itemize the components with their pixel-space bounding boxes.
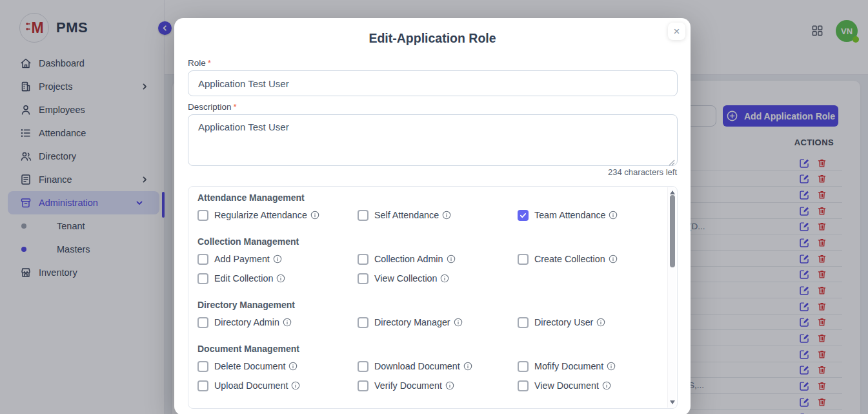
info-icon[interactable] — [283, 318, 292, 327]
info-icon[interactable] — [440, 274, 449, 283]
info-icon[interactable] — [596, 318, 605, 327]
permission-grid: Add PaymentCollection AdminCreate Collec… — [197, 253, 658, 285]
checkbox-unchecked[interactable] — [358, 317, 368, 328]
permission-directory-admin: Directory Admin — [197, 316, 358, 329]
close-button[interactable]: × — [668, 23, 685, 40]
permission-label: Verify Document — [374, 380, 442, 391]
permission-add-payment: Add Payment — [197, 253, 358, 265]
checkbox-checked[interactable] — [518, 210, 529, 221]
description-textarea[interactable]: Application Test User — [188, 114, 678, 166]
permission-label: Self Attendance — [374, 210, 439, 220]
scrollbar-thumb[interactable] — [670, 195, 675, 267]
permissions-content: Attendance ManagementRegularize Attendan… — [188, 187, 677, 398]
permission-directory-user: Directory User — [518, 316, 658, 329]
permission-label: View Collection — [374, 273, 437, 284]
checkbox-unchecked[interactable] — [197, 210, 208, 221]
permission-label: Delete Document — [214, 361, 285, 371]
permissions-container: Attendance ManagementRegularize Attendan… — [188, 186, 678, 409]
checkbox-unchecked[interactable] — [197, 380, 208, 391]
info-icon[interactable] — [445, 381, 454, 390]
checkbox-unchecked[interactable] — [197, 273, 208, 284]
info-icon[interactable] — [288, 362, 298, 371]
checkbox-unchecked[interactable] — [358, 273, 368, 284]
info-icon[interactable] — [609, 254, 618, 264]
info-icon[interactable] — [609, 211, 618, 220]
permission-view-collection: View Collection — [358, 272, 518, 285]
checkbox-unchecked[interactable] — [197, 254, 208, 265]
permission-label: Upload Document — [214, 380, 288, 391]
permission-label: Directory User — [534, 317, 593, 327]
permission-label: View Document — [534, 380, 599, 391]
permission-group-title: Collection Management — [197, 236, 658, 247]
checkbox-unchecked[interactable] — [518, 361, 529, 372]
close-icon: × — [674, 25, 680, 38]
checkbox-unchecked[interactable] — [358, 361, 368, 372]
info-icon[interactable] — [607, 362, 616, 371]
permission-grid: Regularize AttendanceSelf AttendanceTeam… — [197, 209, 658, 222]
characters-left-counter: 234 characters left — [608, 167, 677, 177]
checkbox-unchecked[interactable] — [518, 254, 529, 265]
permission-label: Directory Admin — [214, 317, 279, 327]
checkbox-unchecked[interactable] — [197, 317, 208, 328]
scroll-down-arrow[interactable] — [670, 400, 675, 404]
permission-label: Download Document — [374, 361, 460, 371]
permission-group-collection-management: Collection ManagementAdd PaymentCollecti… — [197, 236, 658, 285]
permission-verify-document: Verify Document — [358, 379, 518, 392]
permissions-scrollbar — [667, 187, 676, 408]
permission-group-attendance-management: Attendance ManagementRegularize Attendan… — [197, 192, 658, 222]
permission-group-title: Document Management — [197, 344, 658, 354]
checkbox-unchecked[interactable] — [197, 361, 208, 372]
permission-regularize-attendance: Regularize Attendance — [197, 209, 358, 222]
permission-edit-collection: Edit Collection — [197, 272, 358, 285]
info-icon[interactable] — [442, 211, 451, 220]
info-icon[interactable] — [602, 381, 611, 390]
permission-create-collection: Create Collection — [518, 253, 658, 265]
checkbox-unchecked[interactable] — [518, 317, 529, 328]
edit-application-role-modal: Edit-Application Role × Role* Descriptio… — [174, 18, 691, 414]
permission-label: Mofify Document — [534, 361, 603, 371]
permission-label: Create Collection — [534, 254, 605, 264]
permission-collection-admin: Collection Admin — [358, 253, 518, 265]
permission-directory-manager: Directory Manager — [358, 316, 518, 329]
info-icon[interactable] — [291, 381, 300, 390]
permission-group-title: Directory Management — [197, 300, 658, 310]
scroll-up-arrow[interactable] — [670, 191, 675, 194]
permission-label: Collection Admin — [374, 254, 443, 264]
permission-mofify-document: Mofify Document — [518, 360, 658, 373]
modal-title: Edit-Application Role — [174, 31, 691, 46]
permission-label: Add Payment — [214, 254, 270, 264]
permission-grid: Delete DocumentDownload DocumentMofify D… — [197, 360, 658, 392]
description-field-label: Description* — [188, 102, 237, 112]
info-icon[interactable] — [463, 362, 472, 371]
permission-label: Team Attendance — [534, 210, 605, 220]
checkbox-unchecked[interactable] — [358, 210, 368, 221]
required-asterisk: * — [234, 102, 237, 112]
role-input[interactable] — [188, 70, 678, 96]
permission-label: Directory Manager — [374, 317, 450, 327]
permission-team-attendance: Team Attendance — [518, 209, 658, 222]
permission-view-document: View Document — [518, 379, 658, 392]
info-icon[interactable] — [447, 254, 456, 264]
info-icon[interactable] — [273, 254, 282, 264]
permission-upload-document: Upload Document — [197, 379, 358, 392]
permission-self-attendance: Self Attendance — [358, 209, 518, 222]
permission-group-directory-management: Directory ManagementDirectory AdminDirec… — [197, 300, 658, 329]
checkbox-unchecked[interactable] — [518, 380, 529, 391]
info-icon[interactable] — [276, 274, 285, 283]
checkbox-unchecked[interactable] — [358, 254, 368, 265]
permission-grid: Directory AdminDirectory ManagerDirector… — [197, 316, 658, 329]
permission-download-document: Download Document — [358, 360, 518, 373]
info-icon[interactable] — [454, 318, 463, 327]
info-icon[interactable] — [310, 211, 319, 220]
checkbox-unchecked[interactable] — [358, 380, 368, 391]
permission-label: Edit Collection — [214, 273, 273, 284]
permission-group-title: Attendance Management — [197, 192, 658, 203]
role-field-label: Role* — [188, 58, 211, 68]
required-asterisk: * — [208, 58, 211, 68]
permission-group-document-management: Document ManagementDelete DocumentDownlo… — [197, 344, 658, 392]
permission-label: Regularize Attendance — [214, 210, 307, 220]
permission-delete-document: Delete Document — [197, 360, 358, 373]
